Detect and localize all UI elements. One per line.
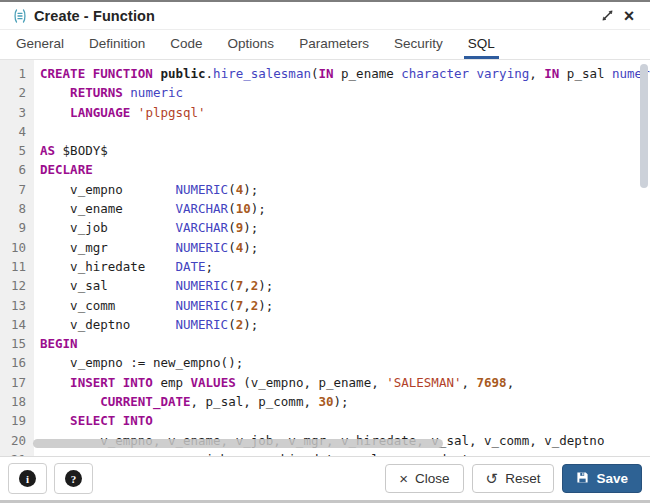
sql-code-editor[interactable]: CREATE FUNCTION public.hire_salesman(IN …: [34, 60, 650, 456]
tab-parameters[interactable]: Parameters: [295, 30, 373, 59]
expand-dialog-icon[interactable]: [596, 5, 618, 27]
code-line: LANGUAGE 'plpgsql': [40, 103, 650, 122]
close-button-label: Close: [415, 471, 450, 486]
code-line: v_empno := new_empno();: [40, 353, 650, 372]
code-line: v_comm NUMERIC(7,2);: [40, 296, 650, 315]
line-number: 2: [0, 83, 26, 102]
save-button-label: Save: [596, 471, 628, 486]
code-line: v_deptno NUMERIC(2);: [40, 315, 650, 334]
line-number: 11: [0, 257, 26, 276]
line-number: 14: [0, 315, 26, 334]
line-number: 9: [0, 218, 26, 237]
reset-button-label: Reset: [505, 471, 540, 486]
tab-options[interactable]: Options: [224, 30, 279, 59]
code-line: BEGIN: [40, 334, 650, 353]
help-icon: ?: [65, 470, 82, 487]
close-button[interactable]: × Close: [385, 464, 463, 493]
dialog-footer: i ? × Close ↺ Reset Save: [0, 456, 650, 500]
line-number: 16: [0, 353, 26, 372]
code-line: SELECT INTO: [40, 411, 650, 430]
tab-general[interactable]: General: [12, 30, 68, 59]
line-number: 12: [0, 276, 26, 295]
vertical-scrollbar-thumb[interactable]: [640, 64, 648, 188]
help-button[interactable]: ?: [54, 463, 93, 494]
code-line: DECLARE: [40, 160, 650, 179]
code-line: INSERT INTO emp VALUES (v_empno, p_ename…: [40, 373, 650, 392]
close-x-icon: ×: [399, 471, 408, 486]
reset-icon: ↺: [486, 471, 499, 486]
tab-security[interactable]: Security: [390, 30, 447, 59]
code-line: [40, 122, 650, 141]
code-line: CURRENT_DATE, p_sal, p_comm, 30);: [40, 392, 650, 411]
sql-preview-panel: 123456789101112131415161718192021 CREATE…: [0, 60, 650, 456]
dialog-header: Create - Function ×: [0, 2, 650, 30]
line-number: 21: [0, 450, 26, 456]
line-number: 17: [0, 373, 26, 392]
code-line: RETURNS numeric: [40, 83, 650, 102]
code-line: v_mgr NUMERIC(4);: [40, 238, 650, 257]
line-number: 19: [0, 411, 26, 430]
create-function-dialog: Create - Function × GeneralDefinitionCod…: [0, 2, 650, 500]
dialog-title: Create - Function: [34, 8, 155, 24]
line-number: 7: [0, 180, 26, 199]
code-line: v_job VARCHAR(9);: [40, 218, 650, 237]
horizontal-scrollbar-thumb[interactable]: [33, 439, 443, 448]
code-line: AS $BODY$: [40, 141, 650, 160]
line-number: 15: [0, 334, 26, 353]
line-number: 4: [0, 122, 26, 141]
save-floppy-icon: [576, 471, 589, 486]
code-line: CREATE FUNCTION public.hire_salesman(IN …: [40, 64, 650, 83]
tab-bar: GeneralDefinitionCodeOptionsParametersSe…: [0, 30, 650, 60]
line-number: 18: [0, 392, 26, 411]
line-number: 13: [0, 296, 26, 315]
line-number-gutter: 123456789101112131415161718192021: [0, 60, 34, 456]
line-number: 5: [0, 141, 26, 160]
line-number: 8: [0, 199, 26, 218]
line-number: 10: [0, 238, 26, 257]
tab-definition[interactable]: Definition: [85, 30, 149, 59]
save-button[interactable]: Save: [562, 464, 642, 493]
line-number: 20: [0, 431, 26, 450]
code-line: v_hiredate DATE;: [40, 257, 650, 276]
close-dialog-icon[interactable]: ×: [618, 5, 640, 27]
info-icon: i: [19, 470, 36, 487]
reset-button[interactable]: ↺ Reset: [472, 464, 555, 493]
tab-sql[interactable]: SQL: [464, 30, 499, 59]
code-line: v_ename VARCHAR(10);: [40, 199, 650, 218]
line-number: 1: [0, 64, 26, 83]
line-number: 6: [0, 160, 26, 179]
info-button[interactable]: i: [8, 463, 47, 494]
code-line: v_empno NUMERIC(4);: [40, 180, 650, 199]
code-line: empno, ename, job, mgr, hiredate, sal, c…: [40, 450, 650, 456]
code-line: v_sal NUMERIC(7,2);: [40, 276, 650, 295]
function-icon: [12, 8, 28, 24]
tab-code[interactable]: Code: [166, 30, 206, 59]
line-number: 3: [0, 103, 26, 122]
